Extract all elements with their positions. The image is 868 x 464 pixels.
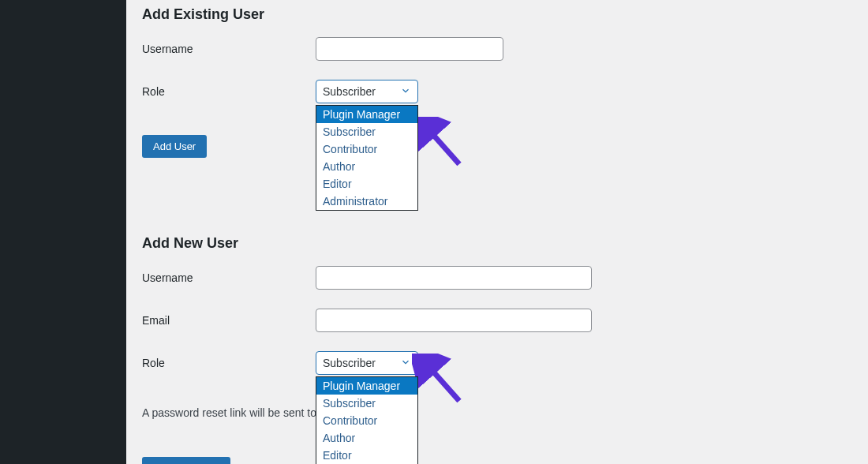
label-existing-username: Username xyxy=(142,43,316,55)
add-existing-user-section: Add Existing User Username Role Subscrib… xyxy=(142,0,852,158)
dropdown-item-subscriber[interactable]: Subscriber xyxy=(316,123,417,140)
select-existing-role[interactable]: Subscriber xyxy=(316,80,418,103)
add-new-user-button[interactable]: Add New User xyxy=(142,457,230,464)
section-heading-new: Add New User xyxy=(142,235,852,252)
row-existing-role: Role Subscriber Plugin Manager Subscribe… xyxy=(142,80,852,103)
section-heading-existing: Add Existing User xyxy=(142,6,852,23)
select-new-role-value: Subscriber xyxy=(323,357,376,369)
chevron-down-icon xyxy=(400,357,411,370)
add-new-user-section: Add New User Username Email Role Subscri… xyxy=(142,235,852,464)
chevron-down-icon xyxy=(400,85,411,99)
input-existing-username[interactable] xyxy=(316,37,503,61)
label-new-email: Email xyxy=(142,314,316,327)
dropdown-item-author-2[interactable]: Author xyxy=(316,429,417,447)
main-content: Add Existing User Username Role Subscrib… xyxy=(126,0,868,464)
label-existing-role: Role xyxy=(142,85,316,98)
select-new-role[interactable]: Subscriber xyxy=(316,351,418,375)
select-existing-role-value: Subscriber xyxy=(323,85,376,98)
dropdown-item-contributor[interactable]: Contributor xyxy=(316,140,417,158)
label-new-role: Role xyxy=(142,357,316,369)
input-new-username[interactable] xyxy=(316,266,592,290)
select-new-role-wrap: Subscriber Plugin Manager Subscriber Con… xyxy=(316,351,418,375)
dropdown-item-plugin-manager[interactable]: Plugin Manager xyxy=(316,106,417,123)
dropdown-existing-role: Plugin Manager Subscriber Contributor Au… xyxy=(316,105,418,211)
dropdown-new-role: Plugin Manager Subscriber Contributor Au… xyxy=(316,376,418,464)
password-reset-note: A password reset link will be sent to xyxy=(142,406,852,419)
label-new-username: Username xyxy=(142,271,316,284)
input-new-email[interactable] xyxy=(316,309,592,332)
dropdown-item-author[interactable]: Author xyxy=(316,158,417,175)
row-new-username: Username xyxy=(142,266,852,290)
row-existing-submit: Add User xyxy=(142,135,852,158)
admin-sidebar xyxy=(0,0,126,464)
dropdown-item-subscriber-2[interactable]: Subscriber xyxy=(316,395,417,412)
dropdown-item-editor-2[interactable]: Editor xyxy=(316,447,417,464)
dropdown-item-editor[interactable]: Editor xyxy=(316,175,417,193)
row-new-email: Email xyxy=(142,309,852,332)
dropdown-item-contributor-2[interactable]: Contributor xyxy=(316,412,417,429)
row-new-role: Role Subscriber Plugin Manager Subscribe… xyxy=(142,351,852,375)
row-new-submit: Add New User xyxy=(142,457,852,464)
dropdown-item-administrator[interactable]: Administrator xyxy=(316,193,417,210)
row-existing-username: Username xyxy=(142,37,852,61)
add-user-button[interactable]: Add User xyxy=(142,135,207,158)
dropdown-item-plugin-manager-2[interactable]: Plugin Manager xyxy=(316,377,417,395)
select-existing-role-wrap: Subscriber Plugin Manager Subscriber Con… xyxy=(316,80,418,103)
